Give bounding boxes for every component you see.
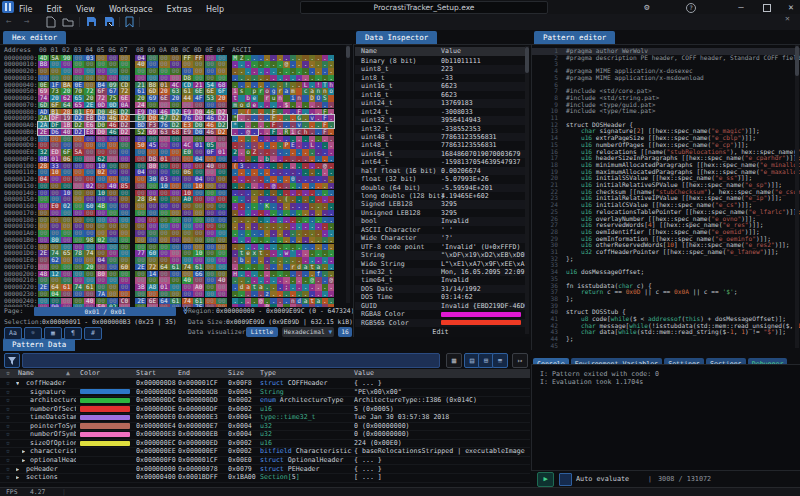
inspector-row[interactable]: RGB565 Color	[355, 319, 526, 327]
hex-option-button[interactable]: ☼	[24, 327, 42, 340]
editor-scrollbar[interactable]	[795, 45, 799, 348]
hex-ascii-cell[interactable]: .	[328, 223, 334, 230]
inspector-row[interactable]: Unsigned LEB1283295	[355, 209, 526, 217]
inspector-row[interactable]: Binary (8 bit)0b11011111	[355, 57, 526, 65]
hex-option-button[interactable]: ¶	[64, 327, 82, 340]
list-view-icon[interactable]: ≡	[492, 353, 508, 368]
expand-arrow-icon[interactable]: ▼	[16, 379, 19, 388]
pd-col-size[interactable]: Size	[228, 369, 244, 378]
hex-ascii-cell[interactable]: .	[328, 142, 334, 149]
inspector-scrollbar[interactable]	[525, 46, 529, 334]
inspector-row[interactable]: UTF-8 code point'Invalid' (U+0xFFFD)	[355, 243, 526, 251]
pd-col-value[interactable]: Value	[354, 369, 374, 378]
menu-help[interactable]: Help	[199, 5, 231, 14]
tab-hex-editor[interactable]: Hex editor	[3, 31, 66, 44]
favorite-star-icon[interactable]: ☆	[6, 447, 10, 456]
hex-ascii-cell[interactable]: .	[328, 237, 334, 244]
pane-close-icon[interactable]: ✕	[785, 14, 790, 23]
inspector-row[interactable]: uint32_t3956414943	[355, 116, 526, 124]
hex-ascii-cell[interactable]: .	[328, 169, 334, 176]
code-line[interactable]: 44};	[532, 336, 800, 343]
format-dropdown[interactable]: Hexadecimal ▼	[282, 327, 334, 337]
favorite-star-icon[interactable]: ☆	[6, 405, 10, 414]
favorite-star-icon[interactable]: ☆	[6, 422, 10, 431]
hex-ascii-cell[interactable]: .	[328, 55, 334, 62]
hex-ascii-cell[interactable]: h	[328, 82, 334, 89]
inspector-row[interactable]: String"\xDF\x19\xD2\xEB\xD0F\xD2"	[355, 251, 526, 259]
save-as-icon[interactable]	[104, 16, 115, 29]
inspector-row[interactable]: Wide StringL"\xE1\xA7\x9F\xEE\xA1"	[355, 260, 526, 268]
inspector-row[interactable]: time64_tInvalid	[355, 276, 526, 284]
favorite-star-icon[interactable]: ☆	[6, 413, 10, 422]
hex-ascii-cell[interactable]: .	[328, 115, 334, 122]
favorite-star-icon[interactable]: ☆	[6, 388, 10, 397]
help-icon[interactable]: ?	[686, 3, 696, 13]
hex-ascii-cell[interactable]: .	[328, 136, 334, 143]
auto-evaluate-checkbox[interactable]	[559, 473, 572, 486]
inspector-row[interactable]: double (64 bit)-5.59594E+201	[355, 184, 526, 192]
menu-extras[interactable]: Extras	[160, 5, 199, 14]
pattern-filter-input[interactable]	[22, 353, 440, 368]
inspector-row[interactable]: uint64_t16848607019070003679	[355, 150, 526, 158]
inspector-row[interactable]: half float (16 bit)0.00206674	[355, 167, 526, 175]
new-file-icon[interactable]	[46, 16, 56, 30]
hex-ascii-cell[interactable]: .	[328, 190, 334, 197]
inspector-row[interactable]: ASCII Character' '	[355, 226, 526, 234]
code-line[interactable]: 34u16 dosMessageOffset;	[532, 269, 800, 276]
pd-col-color[interactable]: Color	[80, 369, 100, 378]
inspector-row[interactable]: Signed LEB1283295	[355, 200, 526, 208]
hex-ascii-cell[interactable]: .	[328, 156, 334, 163]
hex-ascii-cell[interactable]: .	[328, 102, 334, 109]
hex-ascii-cell[interactable]: .	[328, 176, 334, 183]
pd-col-name[interactable]: Name	[18, 369, 34, 378]
inspector-row[interactable]: int8_t-33	[355, 74, 526, 82]
hex-ascii-cell[interactable]: .	[328, 230, 334, 237]
inspector-row[interactable]: RGBA8 Color	[355, 310, 526, 318]
menu-workspace[interactable]: Workspace	[102, 5, 160, 14]
hex-ascii-cell[interactable]: @	[328, 277, 334, 284]
inspector-row[interactable]: int16_t6623	[355, 91, 526, 99]
window-title[interactable]: ProcrastiTracker_Setup.exe	[300, 1, 548, 14]
hex-ascii-cell[interactable]: .	[328, 203, 334, 210]
evaluate-play-button[interactable]: ▶	[537, 472, 554, 487]
hex-ascii-cell[interactable]: .	[328, 183, 334, 190]
inspector-row[interactable]: uint48_t77863123556831	[355, 133, 526, 141]
inspector-row[interactable]: Wide Character'?'	[355, 234, 526, 242]
tab-pattern-editor[interactable]: Pattern editor	[534, 31, 615, 44]
minimize-button[interactable]: –	[734, 0, 748, 14]
hex-ascii-cell[interactable]: .	[328, 75, 334, 82]
inspector-row[interactable]: float (32 bit)-5.07993E+26	[355, 175, 526, 183]
favorite-star-icon[interactable]: ☆	[6, 465, 10, 474]
filter-funnel-icon[interactable]	[4, 353, 20, 368]
inspector-row[interactable]: boolInvalid	[355, 217, 526, 225]
pd-col-start[interactable]: Start	[136, 369, 156, 378]
hex-scrollbar[interactable]	[346, 45, 350, 303]
hex-ascii-cell[interactable]: o	[328, 88, 334, 95]
inspector-row[interactable]: int32_t-338552353	[355, 125, 526, 133]
open-file-icon[interactable]	[62, 17, 74, 29]
inspector-row[interactable]: GUIDInvalid {EBD219DF-46D0-D2E9-76D0}	[355, 302, 526, 310]
menu-view[interactable]: View	[69, 5, 102, 14]
hex-ascii-cell[interactable]: .	[328, 129, 334, 136]
hex-ascii-cell[interactable]: .	[328, 250, 334, 257]
hex-ascii-cell[interactable]: .	[328, 196, 334, 203]
favorite-star-icon[interactable]: ☆	[6, 379, 10, 388]
menu-edit[interactable]: Edit	[39, 5, 69, 14]
expand-arrow-icon[interactable]: ▶	[16, 465, 19, 474]
hex-option-button[interactable]: ▦	[44, 327, 62, 340]
favorite-star-icon[interactable]: ☆	[6, 473, 10, 482]
edit-button[interactable]: Edit	[355, 328, 526, 336]
table-view-icon[interactable]: ▦	[446, 353, 462, 368]
jump-to-icon[interactable]: ↦	[512, 353, 528, 368]
tab-data-inspector[interactable]: Data Inspector	[356, 31, 437, 44]
inspector-row[interactable]: uint8_t223	[355, 65, 526, 73]
inspector-row[interactable]: uint24_t13769183	[355, 99, 526, 107]
inspector-row[interactable]: long double (128 bit)4.19465E+602	[355, 192, 526, 200]
hex-ascii-cell[interactable]: .	[328, 122, 334, 129]
code-line[interactable]: 45	[532, 343, 800, 350]
hex-option-button[interactable]: #	[84, 327, 102, 340]
pd-col-end[interactable]: End	[178, 369, 190, 378]
hex-ascii-cell[interactable]: .	[328, 109, 334, 116]
code-line[interactable]: 38};	[532, 296, 800, 303]
inspector-row[interactable]: uint16_t6623	[355, 82, 526, 90]
